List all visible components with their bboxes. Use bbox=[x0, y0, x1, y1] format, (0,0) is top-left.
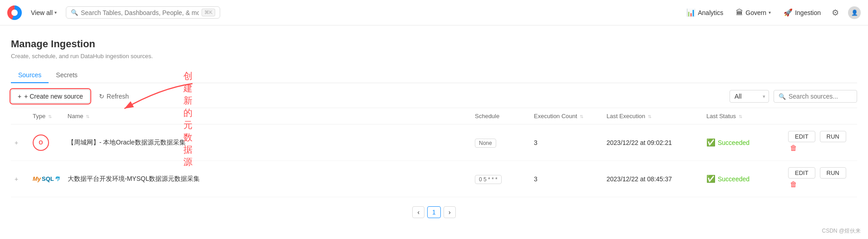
tab-secrets[interactable]: Secrets bbox=[49, 68, 84, 83]
schedule-cell: None bbox=[471, 124, 530, 161]
col-type: Type ⇅ bbox=[29, 108, 64, 124]
status-badge: ✅ Succeeded bbox=[706, 138, 781, 147]
tab-sources[interactable]: Sources bbox=[11, 68, 49, 83]
search-kbd: ⌘K bbox=[202, 9, 215, 16]
view-all-label: View all bbox=[31, 9, 53, 16]
last-execution-cell: 2023/12/22 at 08:45:37 bbox=[603, 161, 703, 197]
expand-icon[interactable]: + bbox=[15, 139, 18, 146]
oracle-icon: O bbox=[33, 134, 49, 151]
nav-right-section: 📊 Analytics 🏛 Govern ▾ 🚀 Ingestion ⚙ 👤 bbox=[685, 6, 861, 19]
status-label: Succeeded bbox=[718, 175, 750, 183]
global-search-bar: 🔍 ⌘K bbox=[66, 6, 220, 19]
avatar-icon: 👤 bbox=[851, 10, 858, 16]
search-sources-icon: 🔍 bbox=[779, 93, 786, 100]
sort-icon: ⇅ bbox=[739, 114, 742, 119]
analytics-label: Analytics bbox=[698, 9, 723, 16]
name-cell: 大数据平台开发环境-MYSQL数据源元数据采集 bbox=[64, 161, 471, 197]
expand-icon[interactable]: + bbox=[15, 175, 18, 183]
ingestion-icon: 🚀 bbox=[784, 8, 793, 17]
govern-chevron-icon: ▾ bbox=[769, 10, 771, 15]
sort-icon: ⇅ bbox=[48, 114, 52, 119]
refresh-icon: ↻ bbox=[99, 93, 104, 100]
status-cell: ✅ Succeeded bbox=[703, 124, 784, 161]
delete-button[interactable]: 🗑 bbox=[788, 179, 799, 190]
edit-button[interactable]: EDIT bbox=[788, 131, 815, 142]
col-execution-count: Execution Count ⇅ bbox=[530, 108, 603, 124]
col-schedule: Schedule bbox=[471, 108, 530, 124]
search-input[interactable] bbox=[81, 9, 199, 16]
ingestion-label: Ingestion bbox=[795, 9, 821, 16]
table-row: +O【周城网】- 本地Oracle数据源元数据采集None32023/12/22… bbox=[11, 124, 857, 161]
sort-icon: ⇅ bbox=[86, 114, 89, 119]
actions-cell: EDIT RUN 🗑 bbox=[784, 124, 857, 161]
edit-button[interactable]: EDIT bbox=[788, 167, 815, 179]
view-all-button[interactable]: View all ▾ bbox=[27, 7, 60, 18]
page-1-button[interactable]: 1 bbox=[427, 206, 441, 218]
expand-cell[interactable]: + bbox=[11, 124, 29, 161]
toolbar: + + Create new source ↻ Refresh All MySQ… bbox=[11, 83, 857, 108]
search-sources-input[interactable] bbox=[789, 93, 852, 100]
govern-label: Govern bbox=[745, 9, 766, 16]
name-cell: 【周城网】- 本地Oracle数据源元数据采集 bbox=[64, 124, 471, 161]
refresh-button[interactable]: ↻ Refresh bbox=[95, 90, 133, 103]
create-label: + Create new source bbox=[24, 93, 83, 100]
logo-icon bbox=[7, 5, 22, 20]
col-last-execution: Last Execution ⇅ bbox=[603, 108, 703, 124]
refresh-label: Refresh bbox=[107, 93, 129, 100]
run-button[interactable]: RUN bbox=[820, 167, 846, 179]
last-execution-cell: 2023/12/22 at 09:02:21 bbox=[603, 124, 703, 161]
status-badge: ✅ Succeeded bbox=[706, 174, 781, 183]
page-title: Manage Ingestion bbox=[11, 38, 857, 50]
govern-icon: 🏛 bbox=[736, 9, 743, 17]
schedule-cell: 0 5 * * * bbox=[471, 161, 530, 197]
analytics-icon: 📊 bbox=[686, 8, 695, 17]
plus-icon: + bbox=[18, 93, 21, 100]
execution-count-cell: 3 bbox=[530, 161, 603, 197]
tabs-bar: Sources Secrets bbox=[11, 68, 857, 83]
table-row: + MySQL 🐬 大数据平台开发环境-MYSQL数据源元数据采集0 5 * *… bbox=[11, 161, 857, 197]
avatar[interactable]: 👤 bbox=[848, 6, 861, 19]
actions-cell: EDIT RUN 🗑 bbox=[784, 161, 857, 197]
success-icon: ✅ bbox=[706, 174, 715, 183]
top-navigation: View all ▾ 🔍 ⌘K 📊 Analytics 🏛 Govern ▾ 🚀… bbox=[0, 0, 868, 25]
col-last-status: Last Status ⇅ bbox=[703, 108, 784, 124]
col-name: Name ⇅ bbox=[64, 108, 471, 124]
watermark: CSDN @煜伙来 bbox=[0, 225, 868, 239]
sort-icon: ⇅ bbox=[648, 114, 651, 119]
ingestion-nav-item[interactable]: 🚀 Ingestion bbox=[782, 6, 823, 19]
delete-button[interactable]: 🗑 bbox=[788, 142, 799, 154]
analytics-nav-item[interactable]: 📊 Analytics bbox=[685, 6, 725, 19]
status-label: Succeeded bbox=[718, 139, 750, 146]
page-content: 创建新的元数据源 Manage Ingestion Create, schedu… bbox=[0, 25, 868, 225]
type-cell: MySQL 🐬 bbox=[29, 161, 64, 197]
pagination: ‹ 1 › bbox=[11, 197, 857, 225]
schedule-badge: 0 5 * * * bbox=[475, 175, 502, 184]
page-subtitle: Create, schedule, and run DataHub ingest… bbox=[11, 53, 857, 60]
execution-count-cell: 3 bbox=[530, 124, 603, 161]
next-page-button[interactable]: › bbox=[444, 206, 456, 218]
sources-table: Type ⇅ Name ⇅ Schedule Execution Count ⇅… bbox=[11, 108, 857, 197]
search-sources-bar: 🔍 bbox=[774, 90, 857, 103]
table-header-row: Type ⇅ Name ⇅ Schedule Execution Count ⇅… bbox=[11, 108, 857, 124]
govern-nav-item[interactable]: 🏛 Govern ▾ bbox=[734, 7, 773, 19]
type-filter-select[interactable]: All MySQL Oracle bbox=[730, 90, 769, 103]
search-icon: 🔍 bbox=[71, 9, 78, 16]
settings-icon[interactable]: ⚙ bbox=[832, 8, 839, 18]
status-cell: ✅ Succeeded bbox=[703, 161, 784, 197]
toolbar-right: All MySQL Oracle 🔍 bbox=[730, 90, 857, 103]
sort-icon: ⇅ bbox=[580, 114, 583, 119]
prev-page-button[interactable]: ‹ bbox=[412, 206, 424, 218]
run-button[interactable]: RUN bbox=[820, 131, 846, 142]
mysql-icon: MySQL 🐬 bbox=[33, 175, 60, 182]
type-cell: O bbox=[29, 124, 64, 161]
success-icon: ✅ bbox=[706, 138, 715, 147]
create-new-source-button[interactable]: + + Create new source bbox=[11, 90, 90, 103]
chevron-down-icon: ▾ bbox=[54, 10, 57, 15]
schedule-badge: None bbox=[475, 139, 496, 148]
expand-cell[interactable]: + bbox=[11, 161, 29, 197]
filter-wrapper: All MySQL Oracle bbox=[730, 90, 769, 103]
